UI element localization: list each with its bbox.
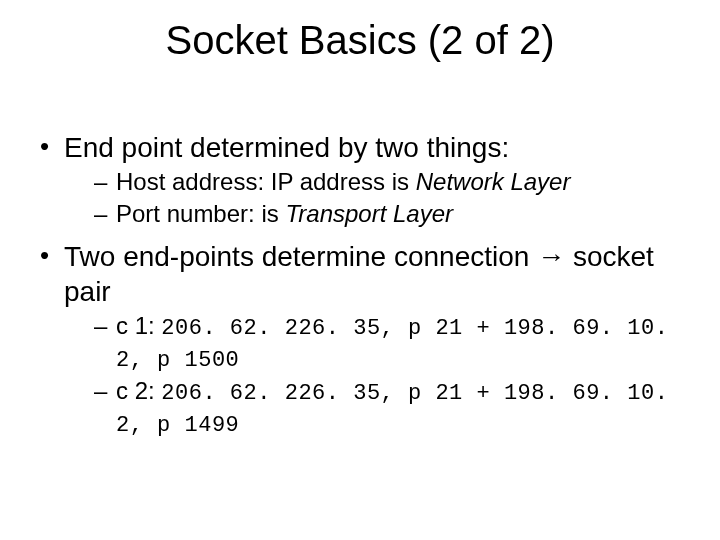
slide-title: Socket Basics (2 of 2) bbox=[0, 18, 720, 63]
bullet-text: End point determined by two things: bbox=[64, 132, 509, 163]
connection-label: c 1: bbox=[116, 312, 161, 339]
sub-text: Port number: is bbox=[116, 200, 285, 227]
emphasis-transport-layer: Transport Layer bbox=[285, 200, 453, 227]
slide-body: End point determined by two things: Host… bbox=[36, 130, 684, 449]
sub-list: c 1: 206. 62. 226. 35, p 21 + 198. 69. 1… bbox=[64, 311, 684, 439]
sub-text: Host address: IP address is bbox=[116, 168, 416, 195]
connection-code: 206. 62. 226. 35, p 21 + 198. 69. 10. 2,… bbox=[116, 381, 668, 438]
bullet-list: End point determined by two things: Host… bbox=[36, 130, 684, 439]
bullet-endpoint-determined: End point determined by two things: Host… bbox=[36, 130, 684, 229]
sub-host-address: Host address: IP address is Network Laye… bbox=[94, 167, 684, 197]
connection-code: 206. 62. 226. 35, p 21 + 198. 69. 10. 2,… bbox=[116, 316, 668, 373]
sub-port-number: Port number: is Transport Layer bbox=[94, 199, 684, 229]
sub-list: Host address: IP address is Network Laye… bbox=[64, 167, 684, 229]
bullet-socket-pair: Two end-points determine connection → so… bbox=[36, 239, 684, 439]
slide: Socket Basics (2 of 2) End point determi… bbox=[0, 0, 720, 540]
bullet-text: Two end-points determine connection → so… bbox=[64, 241, 654, 307]
connection-label: c 2: bbox=[116, 377, 161, 404]
sub-connection-1: c 1: 206. 62. 226. 35, p 21 + 198. 69. 1… bbox=[94, 311, 684, 374]
emphasis-network-layer: Network Layer bbox=[416, 168, 571, 195]
sub-connection-2: c 2: 206. 62. 226. 35, p 21 + 198. 69. 1… bbox=[94, 376, 684, 439]
